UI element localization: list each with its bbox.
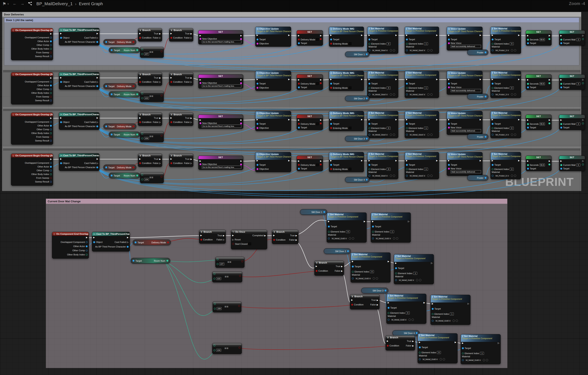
pin-exec[interactable]: ▷ [498, 342, 499, 344]
pin-from-sweep[interactable]: From Sweep [36, 95, 52, 98]
value-box[interactable]: 55.5 [539, 82, 545, 85]
text-field[interactable]: Mail successfully delivered. [451, 89, 481, 92]
set-current-mail[interactable]: SET▶▷Current Mail5Target [559, 156, 585, 171]
obj-pin-icon[interactable] [105, 125, 107, 127]
pin-target[interactable]: Target [492, 164, 501, 166]
pin-other-comp[interactable]: Other Comp [37, 44, 52, 46]
pin-target[interactable]: Target [492, 38, 501, 41]
set-material-node[interactable]: ƒ Set MaterialTarget is Primitive Compon… [490, 152, 521, 179]
browse-icon[interactable] [430, 175, 432, 177]
pin-exec[interactable]: ▶ [257, 78, 258, 80]
checkbox[interactable] [349, 127, 351, 129]
pin-exec[interactable]: ▷ [582, 34, 584, 37]
material-dropdown[interactable]: M_Metal_Steel ∨ [371, 49, 389, 52]
set-material-node[interactable]: ƒ Set MaterialTarget is Primitive Compon… [386, 294, 426, 324]
browse-icon[interactable] [486, 359, 488, 361]
pin-exec[interactable]: ▶ [518, 34, 520, 36]
pin-start-closed[interactable]: Start Closed [232, 243, 251, 245]
branch-node[interactable]: ⋔Branch▶▶TrueCondition▷False [169, 154, 193, 167]
pin-bool[interactable] [161, 135, 162, 137]
value-box[interactable]: 0 [510, 87, 514, 89]
pin-condition[interactable]: Condition [387, 344, 399, 347]
use-selected-icon[interactable] [483, 359, 485, 361]
material-dropdown[interactable]: M_Metal_Gold ∨ [390, 318, 408, 321]
cast-node[interactable]: ↦Cast To BP_ThirdPersonCharacter▶▶Object… [59, 153, 99, 171]
pin-exec[interactable]: ▶ [288, 34, 290, 36]
pin-str[interactable] [240, 38, 242, 40]
pin-int[interactable]: 134 [213, 349, 221, 352]
pin-exec[interactable]: ▶ [93, 236, 95, 239]
pin-exec[interactable]: ▶ [361, 159, 363, 162]
pin-objective[interactable]: Objective [257, 127, 269, 129]
value-box[interactable]: 134 [216, 349, 221, 352]
pin-seconds[interactable]: Seconds55.5 [527, 164, 545, 166]
pin-exec[interactable]: ▶ [139, 158, 141, 160]
pin-object[interactable]: Object [60, 81, 70, 83]
pin-reset[interactable]: ▷Reset [232, 238, 241, 241]
browse-icon[interactable] [443, 358, 445, 360]
pin-exec[interactable]: ▶ [330, 34, 332, 36]
pin-int[interactable]: 159 [141, 137, 149, 140]
pin-obj[interactable]: M_Metal_Steel ∨ [368, 174, 395, 177]
pin-other-body-index[interactable]: Other Body Index [31, 92, 52, 94]
pin-exec[interactable]: ▶ [170, 77, 172, 79]
set-seconds[interactable]: SET▶▶Seconds55.5Target [526, 74, 552, 90]
pin-exec[interactable]: ▶ [361, 78, 363, 80]
do-once-node[interactable]: ↪Do Once▶▶Completed▷ResetStart Closed [231, 230, 267, 249]
material-dropdown[interactable]: M_Metal_Gold ∨ [421, 358, 439, 361]
bookmark-icon[interactable]: ⚑ [2, 1, 6, 6]
pin-condition[interactable]: Condition [139, 36, 151, 39]
pin-condition[interactable]: Condition [273, 239, 285, 241]
text-field[interactable]: Go to the second floor's mailing box. [202, 40, 241, 43]
value-box[interactable]: 0 [387, 42, 390, 45]
pin-str[interactable] [240, 82, 242, 84]
pin-target[interactable]: Target [406, 38, 415, 41]
browse-icon[interactable] [430, 49, 432, 51]
pin-target[interactable]: Target [560, 42, 569, 44]
get-delivery-mode[interactable]: TargetDelivery Mode [103, 83, 136, 89]
pin-overlapped-component[interactable]: Overlapped Component [25, 121, 52, 123]
pin-exec[interactable]: ▶ [527, 160, 529, 162]
pin-exec[interactable]: ▶ [200, 160, 201, 162]
pin-obj[interactable]: M_Metal_Gold ∨ [388, 318, 414, 321]
set-material-node[interactable]: ƒ Set MaterialTarget is Primitive Compon… [405, 27, 439, 54]
pin-element-index[interactable]: Element Index0 [492, 168, 514, 171]
pin-exec[interactable]: ▶ [200, 234, 202, 236]
pin-material[interactable]: Material [492, 130, 500, 132]
pin-material[interactable]: Material [395, 275, 403, 278]
set-delivery-mode[interactable]: SET▶▶Delivery ModeTarget [297, 74, 323, 90]
set-new-objective[interactable]: SET▶▶New ObjectiveGo to the second floor… [198, 30, 243, 44]
pin-overlapped-component[interactable]: Overlapped Component [25, 162, 52, 164]
pin-as-bp-third-person-character[interactable]: As BP Third Person Character [65, 166, 98, 168]
pin-target[interactable]: Target [527, 86, 536, 88]
pin-exec[interactable]: ▶ [492, 118, 493, 121]
equals-node[interactable]: 159== [140, 131, 164, 142]
pin-target[interactable]: Target [406, 82, 415, 85]
get-sm-door-1[interactable]: SM Door 1 [300, 209, 327, 215]
pin-obj[interactable]: M_Metal_Gold ∨ [395, 278, 421, 282]
obj-pin-icon[interactable] [366, 53, 368, 55]
pin-current-mail[interactable]: Current Mail4 [560, 122, 580, 125]
pin-true[interactable]: ▶True [336, 265, 343, 267]
pin-target[interactable]: Target [257, 82, 266, 85]
pin-false[interactable]: ▷False [153, 81, 161, 83]
pin-bool[interactable] [161, 50, 162, 52]
pin-exec[interactable]: ▶ [368, 34, 370, 36]
branch-node[interactable]: ⋔Branch▶▶TrueCondition▷False [138, 154, 162, 167]
pin-exec[interactable]: ▶ [361, 34, 363, 36]
set-new-objective[interactable]: SET▶▶New ObjectiveGo to the second floor… [198, 115, 243, 129]
set-seconds[interactable]: SET▶▶Seconds55.5Target [526, 115, 552, 130]
event-node-on-component-begin-overlap-room4-col[interactable]: ◇On Component Begin Overlap (Room4_Col)▶… [11, 154, 53, 186]
pin-exec[interactable]: ▶ [560, 34, 562, 37]
pin-exec[interactable]: ▶ [395, 159, 397, 162]
set-material-node[interactable]: ƒ Set MaterialTarget is Primitive Compon… [367, 71, 398, 98]
pin-delivery-mode[interactable]: Delivery Mode [298, 164, 319, 166]
value-box[interactable]: 5 [576, 164, 580, 166]
material-dropdown[interactable]: M_Metal_Gold ∨ [434, 319, 452, 322]
pin-material[interactable]: Material [368, 130, 377, 132]
pin-true[interactable]: ▶True [185, 158, 192, 160]
int-pin-icon[interactable] [136, 93, 138, 95]
pin-other-body-index[interactable]: Other Body Index [31, 47, 52, 50]
bool-pin-icon[interactable] [133, 85, 134, 87]
cast-node[interactable]: ↦Cast To BP_ThirdPersonCharacter▶▶Object… [92, 232, 130, 252]
